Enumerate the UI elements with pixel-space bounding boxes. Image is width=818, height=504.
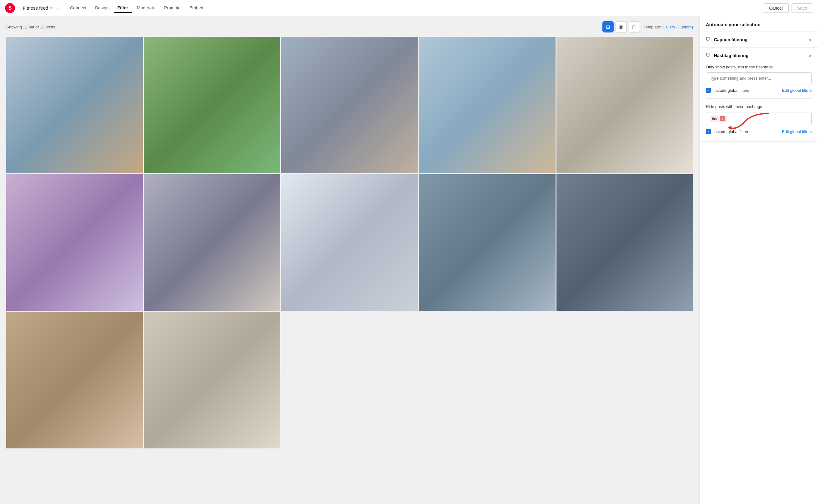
grid-item-3 [281,37,418,173]
ad-tag-chip: #ad ✕ [710,116,727,122]
hide-input-area: #ad ✕ [706,112,812,125]
cancel-button[interactable]: Cancel [763,3,789,13]
hashtag-filter-chevron: ∧ [809,53,812,58]
toolbar: Showing 12 out of 12 posts ⊞ ▣ ▢ Templat… [6,21,693,32]
nav-promote[interactable]: Promote [160,3,184,13]
show-global-filters-checkbox[interactable] [706,88,711,93]
grid-item-10 [557,174,693,311]
hashtag-filter-header[interactable]: ⛉ Hashtag filtering ∧ [700,48,818,63]
caption-filter-title: Caption filtering [714,37,806,42]
template-info: Template: Gallery (Custom) [644,25,693,29]
grid-item-9 [419,174,556,311]
hashtag-filter-icon: ⛉ [706,53,711,58]
nav-filter[interactable]: Filter [114,3,132,13]
view-mobile-button[interactable]: ▢ [629,21,640,32]
main-layout: Showing 12 out of 12 posts ⊞ ▣ ▢ Templat… [0,16,818,504]
breadcrumb-chevron-1: › [17,6,20,11]
hide-section: Hide posts with these hashtags #ad ✕ [706,104,812,134]
app-logo: S [5,3,15,13]
nav-embed[interactable]: Embed [186,3,207,13]
show-hashtags-input[interactable] [706,72,812,84]
hashtag-filter-section: ⛉ Hashtag filtering ∧ Only show posts wi… [700,48,818,142]
breadcrumb: Fitness feed ✏ [23,5,54,11]
grid-item-11 [6,312,143,448]
nav-moderate[interactable]: Moderate [133,3,159,13]
hide-global-filters-row: Include global filters Edit global filte… [706,129,812,134]
nav-design[interactable]: Design [91,3,112,13]
save-button[interactable]: Save [791,3,813,13]
show-posts-label: Only show posts with these hashtags [706,65,812,69]
grid-item-12 [144,312,280,448]
nav-connect[interactable]: Connect [66,3,90,13]
ad-tag-text: #ad [712,116,719,121]
left-panel: Showing 12 out of 12 posts ⊞ ▣ ▢ Templat… [0,16,699,504]
show-global-filters-row: Include global filters Edit global filte… [706,88,812,93]
view-buttons: ⊞ ▣ ▢ [602,21,640,32]
grid-item-1 [6,37,143,173]
view-desktop-button[interactable]: ⊞ [602,21,614,32]
hide-posts-label: Hide posts with these hashtags [706,104,812,109]
template-link[interactable]: Gallery (Custom) [662,25,693,29]
breadcrumb-chevron-2: › [56,6,59,11]
hide-edit-global-link[interactable]: Edit global filters [782,129,812,134]
caption-filter-header[interactable]: ⛉ Caption filtering ∨ [700,32,818,47]
view-tablet-button[interactable]: ▣ [616,21,627,32]
right-panel-header: Automate your selection [700,16,818,32]
grid-item-2 [144,37,280,173]
filter-divider [706,98,812,99]
caption-filter-chevron: ∨ [809,37,812,42]
grid-item-6 [6,174,143,311]
hide-hashtags-input[interactable]: #ad ✕ [706,112,812,125]
showing-text: Showing 12 out of 12 posts [6,25,599,29]
grid-item-5 [557,37,693,173]
hashtag-filter-title: Hashtag filtering [714,53,806,58]
show-edit-global-link[interactable]: Edit global filters [782,88,812,93]
edit-icon[interactable]: ✏ [50,6,53,10]
hide-global-filters-label: Include global filters [713,129,749,134]
nav-actions: Cancel Save [763,3,813,13]
grid-item-4 [419,37,556,173]
nav-links: Connect Design Filter Moderate Promote E… [66,3,207,13]
caption-filter-icon: ⛉ [706,37,711,42]
caption-filter-section: ⛉ Caption filtering ∨ [700,32,818,48]
ad-tag-remove-button[interactable]: ✕ [720,116,725,121]
image-grid [6,37,693,448]
hide-global-filters-checkbox[interactable] [706,129,711,134]
right-panel: Automate your selection ⛉ Caption filter… [699,16,818,504]
hashtag-filter-body: Only show posts with these hashtags Incl… [700,65,818,141]
show-global-filters-label: Include global filters [713,88,749,93]
grid-item-8 [281,174,418,311]
top-nav: S › Fitness feed ✏ › Connect Design Filt… [0,0,818,16]
grid-item-7 [144,174,280,311]
